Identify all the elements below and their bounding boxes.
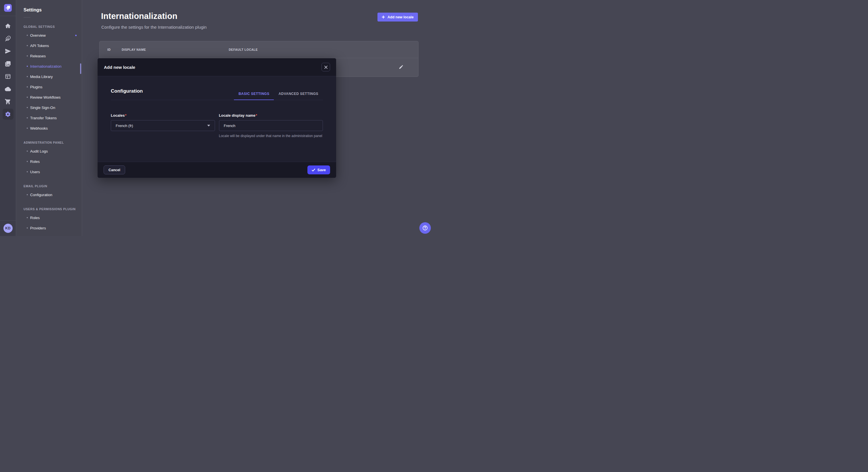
section-administration-panel: ADMINISTRATION PANEL <box>24 141 82 144</box>
subnav-scrollbar-thumb[interactable] <box>80 63 81 74</box>
configuration-title: Configuration <box>111 88 143 100</box>
marketplace-cart-icon[interactable] <box>3 96 13 107</box>
send-icon[interactable] <box>3 45 13 57</box>
display-name-field: Locale display name* Locale will be disp… <box>219 113 323 138</box>
subnav-item-review-workflows[interactable]: Review Workflows <box>24 92 82 102</box>
close-modal-button[interactable] <box>321 63 330 71</box>
modal-header: Add new locale <box>98 58 336 76</box>
column-display-name: DISPLAY NAME <box>122 48 229 51</box>
required-asterisk: * <box>125 113 126 117</box>
cancel-button[interactable]: Cancel <box>104 165 125 174</box>
content-manager-layout-icon[interactable] <box>3 71 13 82</box>
configuration-header: Configuration BASIC SETTINGS ADVANCED SE… <box>111 88 323 100</box>
required-asterisk: * <box>256 113 257 117</box>
plus-icon <box>382 15 385 19</box>
user-avatar[interactable]: KD <box>3 224 12 233</box>
subnav-item-up-roles[interactable]: Roles <box>24 212 82 223</box>
display-name-label: Locale display name <box>219 113 255 117</box>
subnav-item-single-sign-on[interactable]: Single Sign-On <box>24 102 82 113</box>
bullet-icon <box>27 117 28 119</box>
section-global-settings: GLOBAL SETTINGS <box>24 25 82 28</box>
modal-body: Configuration BASIC SETTINGS ADVANCED SE… <box>98 76 336 138</box>
subnav-item-internationalization[interactable]: Internationalization <box>24 61 82 71</box>
settings-subnav: Settings GLOBAL SETTINGS Overview API To… <box>17 0 82 236</box>
notification-dot <box>75 35 76 36</box>
bullet-icon <box>27 97 28 98</box>
subnav-item-providers[interactable]: Providers <box>24 223 82 233</box>
subnav-item-media-library[interactable]: Media Library <box>24 71 82 82</box>
bullet-icon <box>27 217 28 218</box>
bullet-icon <box>27 66 28 67</box>
subnav-item-audit-logs[interactable]: Audit Logs <box>24 146 82 156</box>
subnav-item-admin-roles[interactable]: Roles <box>24 156 82 167</box>
bullet-icon <box>27 161 28 162</box>
bullet-icon <box>27 128 28 129</box>
modal-footer: Cancel Save <box>98 162 336 178</box>
home-icon[interactable] <box>3 20 13 31</box>
tab-advanced-settings[interactable]: ADVANCED SETTINGS <box>274 92 323 100</box>
subnav-item-email-configuration[interactable]: Configuration <box>24 190 82 200</box>
strapi-logo-icon[interactable] <box>4 4 12 12</box>
column-id: ID <box>100 48 122 51</box>
question-icon <box>422 225 428 231</box>
display-name-hint: Locale will be displayed under that name… <box>219 134 323 138</box>
add-new-locale-modal: Add new locale Configuration BASIC SETTI… <box>98 58 336 178</box>
bullet-icon <box>27 227 28 229</box>
logo-area <box>0 0 16 16</box>
save-button[interactable]: Save <box>307 165 330 174</box>
page-subtitle: Configure the settings for the Internati… <box>101 25 207 30</box>
cloud-icon[interactable] <box>3 83 13 94</box>
bullet-icon <box>27 150 28 152</box>
display-name-input[interactable] <box>219 120 323 131</box>
settings-gear-icon[interactable] <box>3 109 13 120</box>
settings-tabs: BASIC SETTINGS ADVANCED SETTINGS <box>234 92 323 100</box>
pencil-icon <box>399 65 404 69</box>
section-email-plugin: EMAIL PLUGIN <box>24 184 82 188</box>
bullet-icon <box>27 86 28 88</box>
locales-field: Locales* French (fr) <box>111 113 215 138</box>
tab-basic-settings[interactable]: BASIC SETTINGS <box>234 92 274 100</box>
divider <box>24 17 30 18</box>
bullet-icon <box>27 35 28 36</box>
column-default-locale: DEFAULT LOCALE <box>229 48 418 51</box>
media-library-icon[interactable] <box>3 58 13 69</box>
locales-label: Locales <box>111 113 125 117</box>
bullet-icon <box>27 76 28 77</box>
add-new-locale-button[interactable]: Add new locale <box>377 12 418 22</box>
subnav-item-transfer-tokens[interactable]: Transfer Tokens <box>24 113 82 123</box>
modal-title: Add new locale <box>104 65 135 70</box>
bullet-icon <box>27 45 28 46</box>
bullet-icon <box>27 194 28 195</box>
content-builder-feather-icon[interactable] <box>3 33 13 44</box>
subnav-item-overview[interactable]: Overview <box>24 30 82 40</box>
subnav-title: Settings <box>24 7 82 12</box>
check-icon <box>312 168 315 172</box>
bullet-icon <box>27 107 28 108</box>
locales-select[interactable]: French (fr) <box>111 120 215 131</box>
close-icon <box>324 66 328 69</box>
table-header-row: ID DISPLAY NAME DEFAULT LOCALE <box>100 41 418 58</box>
bullet-icon <box>27 171 28 172</box>
chevron-down-icon <box>207 125 210 127</box>
edit-locale-button[interactable] <box>398 63 405 71</box>
bullet-icon <box>27 55 28 57</box>
icon-rail: KD <box>0 0 16 236</box>
subnav-item-plugins[interactable]: Plugins <box>24 82 82 92</box>
locales-select-value: French (fr) <box>116 124 133 128</box>
subnav-item-users[interactable]: Users <box>24 167 82 177</box>
subnav-item-releases[interactable]: Releases <box>24 51 82 61</box>
subnav-item-webhooks[interactable]: Webhooks <box>24 123 82 133</box>
help-button[interactable] <box>420 222 431 234</box>
subnav-item-api-tokens[interactable]: API Tokens <box>24 40 82 51</box>
page-title: Internationalization <box>101 11 177 21</box>
section-users-permissions-plugin: USERS & PERMISSIONS PLUGIN <box>24 207 82 211</box>
